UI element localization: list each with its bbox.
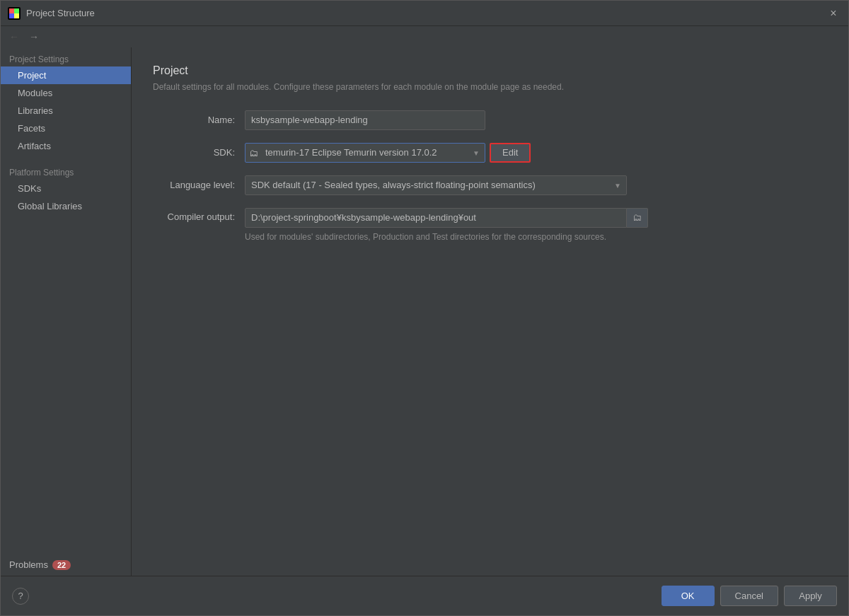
problems-badge: 22	[52, 560, 71, 570]
sdk-controls: 🗂 temurin-17 Eclipse Temurin version 17.…	[245, 143, 531, 163]
sidebar-item-global-libraries[interactable]: Global Libraries	[1, 197, 131, 215]
back-button[interactable]: ←	[6, 29, 22, 45]
section-description: Default settings for all modules. Config…	[153, 81, 827, 93]
title-bar: Project Structure ×	[1, 1, 848, 26]
forward-button[interactable]: →	[26, 29, 42, 45]
help-button[interactable]: ?	[12, 588, 29, 605]
sidebar-item-libraries[interactable]: Libraries	[1, 102, 131, 120]
language-level-select[interactable]: SDK default (17 - Sealed types, always-s…	[245, 175, 627, 195]
language-level-label: Language level:	[153, 180, 245, 190]
action-buttons: OK Cancel Apply	[662, 586, 837, 606]
sdk-select[interactable]: temurin-17 Eclipse Temurin version 17.0.…	[245, 143, 485, 163]
main-content: Project Settings Project Modules Librari…	[1, 47, 848, 576]
name-input[interactable]	[245, 110, 485, 130]
sdk-folder-icon: 🗂	[249, 147, 258, 158]
language-level-wrapper: SDK default (17 - Sealed types, always-s…	[245, 175, 627, 195]
sidebar: Project Settings Project Modules Librari…	[1, 47, 132, 576]
folder-icon: 🗂	[633, 212, 642, 223]
dialog-title: Project Structure	[26, 8, 826, 18]
project-settings-label: Project Settings	[1, 50, 131, 66]
problems-section: Problems 22	[1, 554, 131, 576]
cancel-button[interactable]: Cancel	[720, 586, 778, 606]
section-title: Project	[153, 64, 827, 77]
help-section: ?	[12, 588, 29, 605]
compiler-output-input-row: 🗂	[245, 208, 648, 228]
compiler-output-label: Compiler output:	[153, 208, 245, 222]
name-label: Name:	[153, 115, 245, 125]
compiler-output-input[interactable]	[245, 208, 627, 228]
platform-settings-label: Platform Settings	[1, 163, 131, 180]
ok-button[interactable]: OK	[662, 586, 715, 606]
name-row: Name:	[153, 110, 827, 130]
close-button[interactable]: ×	[826, 6, 841, 21]
sdk-select-wrapper: 🗂 temurin-17 Eclipse Temurin version 17.…	[245, 143, 485, 163]
navigation-bar: ← →	[1, 26, 848, 47]
bottom-bar: ? OK Cancel Apply	[1, 576, 848, 615]
svg-rect-2	[14, 8, 19, 13]
edit-sdk-button[interactable]: Edit	[490, 143, 531, 163]
sidebar-item-project[interactable]: Project	[1, 66, 131, 84]
problems-label[interactable]: Problems	[9, 559, 48, 570]
compiler-output-controls: 🗂 Used for modules' subdirectories, Prod…	[245, 208, 648, 242]
sidebar-item-facets[interactable]: Facets	[1, 120, 131, 137]
sidebar-item-modules[interactable]: Modules	[1, 84, 131, 102]
sidebar-item-artifacts[interactable]: Artifacts	[1, 137, 131, 155]
svg-rect-4	[14, 13, 19, 18]
compiler-output-row: Compiler output: 🗂 Used for modules' sub…	[153, 208, 827, 242]
app-icon	[8, 7, 21, 20]
project-structure-dialog: Project Structure × ← → Project Settings…	[0, 0, 849, 616]
apply-button[interactable]: Apply	[784, 586, 837, 606]
svg-rect-3	[9, 13, 14, 18]
sidebar-item-sdks[interactable]: SDKs	[1, 180, 131, 197]
sdk-row: SDK: 🗂 temurin-17 Eclipse Temurin versio…	[153, 143, 827, 163]
language-level-row: Language level: SDK default (17 - Sealed…	[153, 175, 827, 195]
sdk-label: SDK:	[153, 147, 245, 158]
content-area: Project Default settings for all modules…	[132, 47, 848, 576]
svg-rect-1	[9, 8, 14, 13]
browse-folder-button[interactable]: 🗂	[627, 208, 648, 228]
compiler-note: Used for modules' subdirectories, Produc…	[245, 232, 648, 242]
